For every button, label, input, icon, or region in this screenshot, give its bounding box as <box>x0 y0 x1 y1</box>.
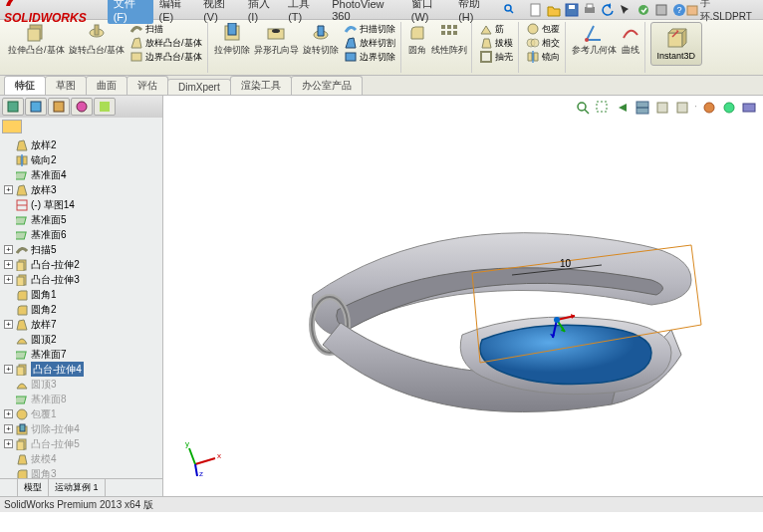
extrude-boss-button[interactable]: 拉伸凸台/基体 <box>7 22 66 64</box>
feature-manager-panel: 放样2镜向2基准面4+放样3(-) 草图14基准面5基准面6+扫描5+凸台-拉伸… <box>0 96 163 496</box>
dimxpert-manager-tab[interactable] <box>71 98 93 116</box>
svg-rect-13 <box>28 29 40 41</box>
sweep-cut-button[interactable]: 扫描切除 <box>342 22 397 36</box>
save-icon[interactable] <box>565 3 579 17</box>
undo-icon[interactable] <box>601 3 615 17</box>
tree-node[interactable]: 镜向2 <box>4 152 158 167</box>
svg-rect-11 <box>687 6 697 15</box>
svg-line-86 <box>195 464 197 476</box>
open-icon[interactable] <box>547 3 561 17</box>
tree-node[interactable]: 基准面5 <box>4 212 158 227</box>
svg-rect-39 <box>31 102 41 112</box>
revolve-boss-button[interactable]: 旋转凸台/基体 <box>68 22 127 64</box>
new-icon[interactable] <box>529 3 543 17</box>
svg-point-7 <box>638 5 648 15</box>
svg-rect-37 <box>668 33 682 47</box>
menu-window[interactable]: 窗口(W) <box>407 0 452 24</box>
boundary-cut-button[interactable]: 边界切除 <box>342 50 397 64</box>
svg-rect-44 <box>23 156 27 164</box>
svg-rect-23 <box>441 25 445 29</box>
quick-access-toolbar: ? <box>529 3 686 17</box>
wrap-button[interactable]: 包覆 <box>524 22 562 36</box>
svg-rect-46 <box>16 172 26 179</box>
tree-node[interactable]: 基准面7 <box>4 347 158 362</box>
tree-node[interactable]: 圆角3 <box>4 466 158 478</box>
tab-surface[interactable]: 曲面 <box>86 76 127 95</box>
curves-button[interactable]: 曲线 <box>620 22 641 58</box>
menu-photoview[interactable]: PhotoView 360 <box>328 0 405 23</box>
linear-pattern-button[interactable]: 线性阵列 <box>430 22 468 58</box>
tab-office[interactable]: 办公室产品 <box>291 76 363 95</box>
viewport[interactable]: · <box>163 96 763 496</box>
tab-evaluate[interactable]: 评估 <box>127 76 168 95</box>
svg-rect-29 <box>481 52 491 62</box>
tree-node[interactable]: 基准面4 <box>4 167 158 182</box>
svg-text:10: 10 <box>560 258 572 269</box>
tree-node[interactable]: +放样3 <box>4 182 158 197</box>
options-icon[interactable] <box>654 3 668 17</box>
shell-button[interactable]: 抽壳 <box>477 50 515 64</box>
tree-node[interactable]: 圆顶3 <box>4 377 158 392</box>
svg-rect-28 <box>453 31 457 35</box>
tree-node[interactable]: +凸台-拉伸2 <box>4 257 158 272</box>
tree-node[interactable]: +扫描5 <box>4 242 158 257</box>
tree-node[interactable]: 圆角2 <box>4 302 158 317</box>
tree-node[interactable]: +凸台-拉伸4 <box>4 362 158 377</box>
help-icon[interactable]: ? <box>672 3 686 17</box>
tree-node[interactable]: 放样2 <box>4 137 158 152</box>
menu-search-icon[interactable] <box>499 2 519 18</box>
draft-button[interactable]: 拔模 <box>477 36 515 50</box>
config-manager-tab[interactable] <box>48 98 70 116</box>
revolve-cut-button[interactable]: 旋转切除 <box>302 22 340 64</box>
tab-sketch[interactable]: 草图 <box>45 76 87 95</box>
menu-view[interactable]: 视图(V) <box>199 0 242 24</box>
sweep-button[interactable]: 扫描 <box>127 22 204 36</box>
feature-manager-tab[interactable] <box>2 98 24 116</box>
svg-rect-15 <box>95 25 99 35</box>
tree-node[interactable]: 拔模4 <box>4 451 158 466</box>
svg-rect-55 <box>16 352 26 359</box>
instant3d-button[interactable]: Instant3D <box>650 22 703 66</box>
menu-file[interactable]: 文件(F) <box>108 0 153 24</box>
tab-render[interactable]: 渲染工具 <box>230 76 292 95</box>
feature-tree[interactable]: 放样2镜向2基准面4+放样3(-) 草图14基准面5基准面6+扫描5+凸台-拉伸… <box>0 135 162 478</box>
tree-node[interactable]: 圆顶2 <box>4 332 158 347</box>
tree-node[interactable]: +切除-拉伸4 <box>4 421 158 436</box>
tree-node[interactable]: +凸台-拉伸5 <box>4 436 158 451</box>
select-icon[interactable] <box>619 3 633 17</box>
ref-geom-button[interactable]: 参考几何体 <box>571 22 618 58</box>
tree-node[interactable]: 基准面8 <box>4 392 158 406</box>
menu-tools[interactable]: 工具(T) <box>284 0 326 24</box>
extrude-cut-button[interactable]: 拉伸切除 <box>213 22 251 64</box>
boundary-button[interactable]: 边界凸台/基体 <box>127 50 204 64</box>
rib-button[interactable]: 筋 <box>477 22 515 36</box>
hole-wizard-button[interactable]: 异形孔向导 <box>253 22 300 64</box>
loft-button[interactable]: 放样凸台/基体 <box>127 36 204 50</box>
menu-insert[interactable]: 插入(I) <box>244 0 283 24</box>
tree-node[interactable]: 圆角1 <box>4 287 158 302</box>
svg-point-36 <box>585 38 589 42</box>
command-manager-tabs: 特征 草图 曲面 评估 DimXpert 渲染工具 办公室产品 <box>0 76 763 96</box>
tree-node[interactable]: +放样7 <box>4 317 158 332</box>
tab-dimxpert[interactable]: DimXpert <box>167 79 231 95</box>
tab-features[interactable]: 特征 <box>4 76 46 95</box>
tree-node[interactable]: 基准面6 <box>4 227 158 242</box>
tree-node[interactable]: +包覆1 <box>4 406 158 421</box>
tree-node[interactable]: +凸台-拉伸3 <box>4 272 158 287</box>
model-tab[interactable]: 模型 <box>18 479 49 496</box>
menu-edit[interactable]: 编辑(E) <box>155 0 198 24</box>
fillet-button[interactable]: 圆角 <box>406 22 428 58</box>
property-manager-tab[interactable] <box>25 98 47 116</box>
mirror-button[interactable]: 镜向 <box>524 50 562 64</box>
loft-cut-button[interactable]: 放样切割 <box>342 36 397 50</box>
menu-help[interactable]: 帮助(H) <box>454 0 497 24</box>
motion-study-tab[interactable]: 运动算例 1 <box>49 479 106 496</box>
rebuild-icon[interactable] <box>636 3 650 17</box>
svg-rect-4 <box>569 5 575 9</box>
print-icon[interactable] <box>583 3 597 17</box>
intersect-button[interactable]: 相交 <box>524 36 562 50</box>
motion-tabs: 模型 运动算例 1 <box>0 478 162 496</box>
tree-filter[interactable] <box>0 118 162 135</box>
display-manager-tab[interactable] <box>94 98 116 116</box>
tree-node[interactable]: (-) 草图14 <box>4 197 158 212</box>
